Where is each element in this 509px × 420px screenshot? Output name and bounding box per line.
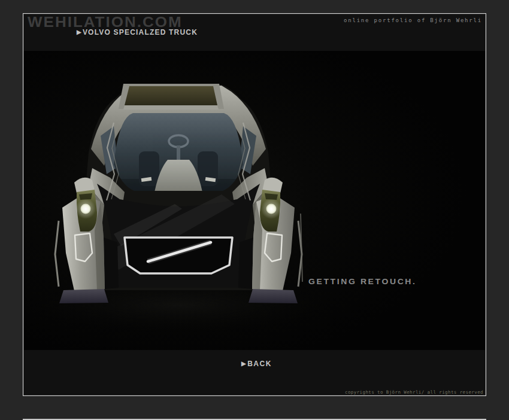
- arrow-icon: ▶: [241, 360, 247, 367]
- back-button-label: BACK: [247, 360, 272, 368]
- back-button[interactable]: ▶BACK: [241, 360, 272, 368]
- artwork-area: GETTING RETOUCH.: [24, 51, 485, 350]
- copyright-text: copyrights to Björn Wehrli/ all rights r…: [345, 389, 483, 395]
- arrow-icon: ▶: [77, 29, 82, 35]
- status-text: GETTING RETOUCH.: [308, 277, 417, 286]
- page-title-label: VOLVO SPECIALZED TRUCK: [83, 28, 198, 36]
- portfolio-panel: WEHILATION.COM ▶VOLVO SPECIALZED TRUCK o…: [23, 13, 486, 396]
- truck-render: [24, 51, 485, 350]
- page-title: ▶VOLVO SPECIALZED TRUCK: [77, 28, 198, 36]
- portfolio-tagline: online portfolio of Björn Wehrli: [344, 17, 482, 23]
